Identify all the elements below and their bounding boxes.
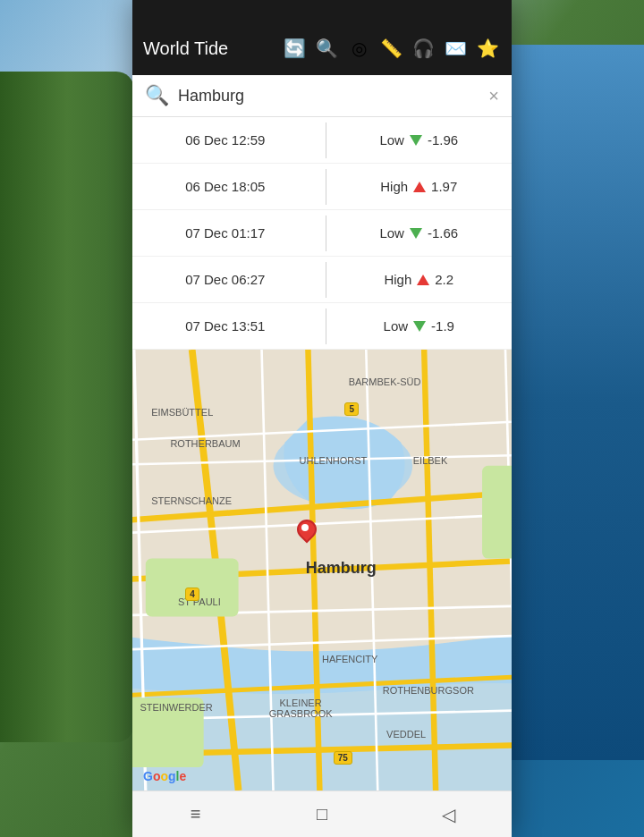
tide-time-5: 07 Dec 13:51 <box>132 318 326 334</box>
tide-time-3: 07 Dec 01:17 <box>132 225 326 241</box>
headphones-icon[interactable]: 🎧 <box>410 35 436 62</box>
tide-time-1: 06 Dec 12:59 <box>132 132 326 148</box>
person-location-icon[interactable]: 🔍 <box>313 35 340 62</box>
tide-label-1: Low <box>379 132 404 148</box>
home-button[interactable]: □ <box>304 797 340 833</box>
tide-arrow-up-2 <box>413 182 426 192</box>
tide-info-3: Low -1.66 <box>326 225 513 241</box>
menu-button[interactable]: ≡ <box>178 797 214 833</box>
app-container: World Tide 🔄 🔍 ◎ 📏 🎧 ✉️ ⭐ 🔍 × 06 Dec 12:… <box>132 0 512 837</box>
tide-row: 06 Dec 18:05 High 1.97 <box>132 164 512 210</box>
ruler-icon[interactable]: 📏 <box>377 35 404 62</box>
search-icon: 🔍 <box>145 84 169 107</box>
gps-icon[interactable]: ◎ <box>345 35 372 62</box>
tide-info-1: Low -1.96 <box>326 132 513 148</box>
tide-label-4: High <box>384 272 411 287</box>
road-badge-4: 4 <box>185 588 199 601</box>
tide-arrow-up-4 <box>417 275 429 285</box>
refresh-icon[interactable]: 🔄 <box>281 35 308 62</box>
tide-row: 07 Dec 06:27 High 2.2 <box>132 257 512 303</box>
nav-bar: ≡ □ ◁ <box>132 790 512 837</box>
back-button[interactable]: ◁ <box>430 797 466 833</box>
tide-time-4: 07 Dec 06:27 <box>132 272 326 287</box>
tide-label-2: High <box>380 179 408 194</box>
tide-info-5: Low -1.9 <box>326 318 513 334</box>
tide-label-3: Low <box>379 225 404 241</box>
search-input[interactable] <box>178 87 479 106</box>
svg-rect-4 <box>132 698 204 767</box>
tide-value-5: -1.9 <box>431 318 454 334</box>
tide-row: 07 Dec 01:17 Low -1.66 <box>132 210 512 257</box>
road-badge-5: 5 <box>344 402 359 416</box>
svg-rect-3 <box>482 466 512 559</box>
star-icon[interactable]: ⭐ <box>474 35 501 62</box>
clear-search-button[interactable]: × <box>488 86 499 106</box>
tide-table: 06 Dec 12:59 Low -1.96 06 Dec 18:05 High… <box>132 117 512 350</box>
tide-value-1: -1.96 <box>428 132 458 148</box>
google-logo: Google <box>143 769 186 783</box>
tide-label-5: Low <box>384 318 409 334</box>
tide-info-4: High 2.2 <box>326 272 513 287</box>
tide-value-3: -1.66 <box>428 225 458 241</box>
road-badge-75: 75 <box>334 751 352 765</box>
tide-value-2: 1.97 <box>431 179 457 194</box>
search-bar: 🔍 × <box>132 75 512 117</box>
tide-value-4: 2.2 <box>435 272 453 287</box>
map-area[interactable]: BARMBEK-SÜD EIMSBÜTTEL UHLENHORST EILBEK… <box>132 350 512 790</box>
tide-arrow-down-3 <box>410 228 422 239</box>
app-title: World Tide <box>143 38 274 59</box>
map-pin <box>297 520 317 539</box>
map-svg <box>132 350 512 790</box>
tide-row: 07 Dec 13:51 Low -1.9 <box>132 303 512 350</box>
tide-arrow-down-1 <box>410 135 422 146</box>
pin-dot <box>301 524 309 531</box>
envelope-icon[interactable]: ✉️ <box>442 35 469 62</box>
status-bar <box>132 0 512 21</box>
tide-arrow-down-5 <box>413 321 426 332</box>
top-bar: World Tide 🔄 🔍 ◎ 📏 🎧 ✉️ ⭐ <box>132 21 512 75</box>
tide-info-2: High 1.97 <box>326 179 513 194</box>
top-icons: 🔄 🔍 ◎ 📏 🎧 ✉️ ⭐ <box>281 35 501 62</box>
tide-time-2: 06 Dec 18:05 <box>132 179 326 194</box>
tide-row: 06 Dec 12:59 Low -1.96 <box>132 117 512 164</box>
